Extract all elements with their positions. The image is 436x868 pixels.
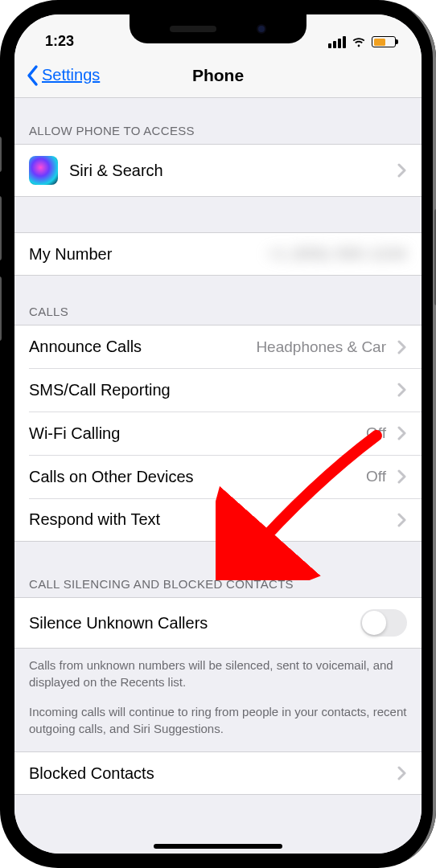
- phone-device-frame: 1:23 Settings Phone ALLOW PHONE TO ACCES…: [0, 0, 436, 868]
- cellular-signal-icon: [328, 36, 346, 48]
- row-calls-other-devices[interactable]: Calls on Other Devices Off: [14, 455, 422, 498]
- blocked-contacts-label: Blocked Contacts: [29, 764, 386, 783]
- mute-switch: [0, 137, 2, 172]
- navigation-bar: Settings Phone: [14, 53, 422, 98]
- row-announce-calls[interactable]: Announce Calls Headphones & Car: [14, 325, 422, 368]
- row-my-number[interactable]: My Number +1 (555) 555-1234: [14, 232, 422, 276]
- siri-label: Siri & Search: [69, 162, 386, 180]
- my-number-label: My Number: [29, 245, 256, 264]
- chevron-left-icon: [26, 64, 40, 87]
- announce-calls-label: Announce Calls: [29, 338, 245, 356]
- calls-other-devices-value: Off: [366, 468, 386, 485]
- section-header-calls: CALLS: [14, 276, 422, 325]
- silence-unknown-toggle[interactable]: [360, 609, 407, 637]
- battery-icon: [372, 36, 396, 47]
- status-icons: [328, 34, 399, 50]
- row-respond-with-text[interactable]: Respond with Text: [14, 498, 422, 542]
- page-title: Phone: [192, 66, 244, 85]
- announce-calls-value: Headphones & Car: [256, 338, 386, 356]
- front-camera: [257, 24, 266, 34]
- wifi-calling-value: Off: [366, 424, 386, 442]
- my-number-value: +1 (555) 555-1234: [267, 245, 407, 263]
- chevron-right-icon: [397, 340, 407, 354]
- section-header-silencing: CALL SILENCING AND BLOCKED CONTACTS: [14, 542, 422, 597]
- sms-reporting-label: SMS/Call Reporting: [29, 381, 386, 399]
- siri-icon: [29, 156, 58, 185]
- back-button[interactable]: Settings: [26, 64, 100, 87]
- chevron-right-icon: [397, 469, 407, 484]
- chevron-right-icon: [397, 163, 407, 178]
- silence-footnote-2: Incoming calls will continue to ring fro…: [14, 698, 422, 751]
- row-sms-call-reporting[interactable]: SMS/Call Reporting: [14, 368, 422, 411]
- volume-down-button: [0, 276, 2, 341]
- row-siri-search[interactable]: Siri & Search: [14, 144, 422, 197]
- row-blocked-contacts[interactable]: Blocked Contacts: [14, 751, 422, 795]
- home-indicator[interactable]: [154, 844, 282, 849]
- content-area: ALLOW PHONE TO ACCESS Siri & Search My N…: [14, 98, 422, 854]
- section-header-access: ALLOW PHONE TO ACCESS: [14, 98, 422, 144]
- wifi-calling-label: Wi-Fi Calling: [29, 424, 355, 443]
- row-silence-unknown[interactable]: Silence Unknown Callers: [14, 597, 422, 649]
- speaker-grille: [170, 26, 216, 32]
- chevron-right-icon: [397, 426, 407, 440]
- notch: [130, 14, 306, 43]
- chevron-right-icon: [397, 766, 407, 780]
- chevron-right-icon: [397, 383, 407, 397]
- respond-text-label: Respond with Text: [29, 510, 386, 529]
- wifi-icon: [351, 34, 367, 50]
- silence-footnote-1: Calls from unknown numbers will be silen…: [14, 649, 422, 698]
- chevron-right-icon: [397, 513, 407, 527]
- volume-up-button: [0, 196, 2, 260]
- back-label: Settings: [42, 66, 100, 84]
- status-time: 1:23: [37, 33, 74, 50]
- calls-other-devices-label: Calls on Other Devices: [29, 468, 355, 486]
- silence-unknown-label: Silence Unknown Callers: [29, 614, 349, 633]
- row-wifi-calling[interactable]: Wi-Fi Calling Off: [14, 411, 422, 455]
- screen: 1:23 Settings Phone ALLOW PHONE TO ACCES…: [14, 14, 422, 854]
